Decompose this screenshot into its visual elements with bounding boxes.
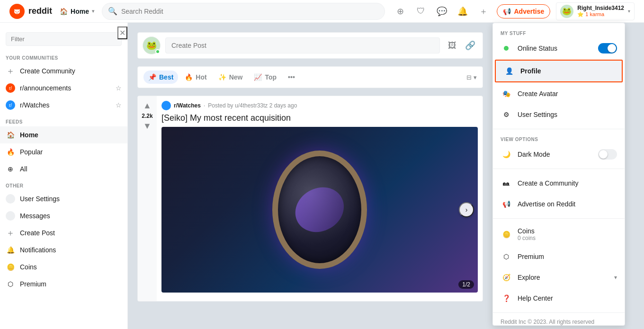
dropdown-section-view-options: View Options 🌙 Dark Mode	[493, 129, 625, 169]
sort-hot-button[interactable]: 🔥 Hot	[180, 71, 211, 84]
search-icon: 🔍	[108, 7, 117, 16]
left-sidebar: ✕ YOUR COMMUNITIES ＋ Create Community r/…	[0, 23, 128, 329]
explore-icon: 🧭	[501, 272, 512, 283]
online-status-label: Online Status	[518, 44, 592, 52]
create-post-input[interactable]	[165, 37, 440, 53]
karma-star-icon: ⭐	[577, 11, 584, 17]
sidebar-close-button[interactable]: ✕	[117, 27, 127, 39]
add-icon-btn[interactable]: ＋	[476, 4, 491, 19]
dropdown-section-title-my-stuff: My Stuff	[493, 27, 625, 38]
home-nav-label[interactable]: 🏠 Home ▾	[60, 8, 94, 15]
top-icon: 📈	[254, 73, 262, 81]
premium-icon-btn[interactable]: 🛡	[413, 4, 429, 19]
sort-more-button[interactable]: •••	[283, 71, 300, 84]
svg-line-6	[17, 9, 19, 10]
online-status-toggle[interactable]	[598, 43, 617, 53]
view-chevron-icon: ▾	[474, 74, 477, 81]
dropdown-section-community: 🏘 Create a Community 📢 Advertise on Redd…	[493, 169, 625, 219]
dropdown-user-settings[interactable]: ⚙ User Settings	[493, 104, 625, 125]
watches-icon: r/	[6, 100, 15, 110]
user-settings-icon	[6, 194, 15, 204]
dropdown-profile[interactable]: 👤 Profile	[495, 60, 623, 82]
sidebar-item-home[interactable]: 🏠 Home	[0, 126, 127, 143]
post-subreddit[interactable]: r/Watches	[174, 102, 201, 109]
sidebar-item-create-community[interactable]: ＋ Create Community	[0, 62, 127, 80]
post-vote: ▲ 2.2k ▼	[138, 96, 157, 301]
link-button[interactable]: 🔗	[463, 38, 478, 53]
sort-new-button[interactable]: ✨ New	[214, 71, 248, 84]
star-icon-announcements[interactable]: ☆	[116, 84, 122, 92]
sidebar-section-other: OTHER	[0, 178, 127, 190]
reddit-logo-icon	[9, 4, 25, 19]
notifications-icon: 🔔	[6, 245, 15, 255]
dropdown-dark-mode: 🌙 Dark Mode	[493, 144, 625, 165]
chat-icon-btn[interactable]: 💬	[434, 4, 449, 19]
coins-dropdown-icon: 🪙	[501, 229, 512, 240]
post-image	[161, 127, 478, 293]
advertise-button[interactable]: 📢 Advertise	[497, 4, 550, 18]
dropdown-section-my-stuff: My Stuff Online Status 👤 Profile 🎭 Creat…	[493, 23, 625, 129]
karma-icon-btn[interactable]: ⊕	[393, 4, 408, 19]
view-toggle-button[interactable]: ⊟ ▾	[466, 74, 477, 81]
announcements-icon: r/	[6, 83, 15, 93]
star-icon-watches[interactable]: ☆	[116, 101, 122, 109]
best-icon: 📌	[148, 73, 156, 81]
dropdown-premium[interactable]: ⬡ Premium	[493, 246, 625, 267]
top-navigation: reddit 🏠 Home ▾ 🔍 ⊕ 🛡 💬 🔔 ＋ 📢 Advertise …	[0, 0, 644, 23]
all-icon: ⊕	[6, 164, 15, 174]
image-upload-button[interactable]: 🖼	[445, 38, 460, 53]
dropdown-explore[interactable]: 🧭 Explore ▾	[493, 267, 625, 288]
profile-icon: 👤	[503, 65, 515, 77]
dropdown-coins[interactable]: 🪙 Coins 0 coins	[493, 222, 625, 246]
sidebar-item-notifications[interactable]: 🔔 Notifications	[0, 241, 127, 258]
sidebar-item-create-post[interactable]: ＋ Create Post	[0, 224, 127, 241]
search-bar[interactable]: 🔍	[102, 3, 385, 20]
downvote-button[interactable]: ▼	[143, 121, 152, 131]
sort-top-button[interactable]: 📈 Top	[249, 71, 281, 84]
upvote-button[interactable]: ▲	[143, 101, 152, 111]
sidebar-item-watches[interactable]: r/ r/Watches ☆	[0, 97, 127, 114]
watches-post-icon	[161, 101, 171, 110]
user-info: Right_Inside3412 ⭐ 1 karma	[577, 5, 624, 18]
svg-point-5	[14, 9, 16, 10]
user-menu-button[interactable]: 🐸 Right_Inside3412 ⭐ 1 karma ▾	[556, 2, 635, 20]
dropdown-section-coins: 🪙 Coins 0 coins ⬡ Premium 🧭 Explore ▾ ❓ …	[493, 219, 625, 313]
create-avatar-icon: 🎭	[501, 88, 512, 99]
notification-icon-btn[interactable]: 🔔	[455, 4, 470, 19]
sidebar-item-user-settings[interactable]: User Settings	[0, 190, 127, 207]
search-input[interactable]	[121, 8, 379, 15]
user-settings-label: User Settings	[518, 111, 617, 118]
explore-chevron-icon: ▾	[614, 274, 617, 281]
new-icon: ✨	[218, 73, 226, 81]
home-icon: 🏠	[6, 130, 15, 140]
post-meta: r/Watches · Posted by u/4thestr33tz 2 da…	[161, 101, 478, 110]
sidebar-item-announcements[interactable]: r/ r/announcements ☆	[0, 80, 127, 97]
next-image-button[interactable]: ›	[459, 202, 474, 217]
create-post-bar: 🐸 🖼 🔗	[137, 32, 483, 59]
watch-visual	[272, 151, 367, 269]
reddit-logo[interactable]: reddit	[9, 4, 52, 19]
reddit-alien-icon	[12, 7, 22, 16]
sidebar-item-popular[interactable]: 🔥 Popular	[0, 143, 127, 160]
filter-input[interactable]	[6, 32, 122, 46]
sidebar-item-messages[interactable]: Messages	[0, 207, 127, 224]
coins-label: Coins	[518, 227, 617, 235]
user-menu-chevron: ▾	[628, 9, 630, 14]
popular-icon: 🔥	[6, 147, 15, 157]
svg-point-3	[18, 11, 19, 12]
sidebar-item-coins[interactable]: 🪙 Coins	[0, 258, 127, 276]
user-avatar: 🐸	[560, 5, 573, 18]
sort-best-button[interactable]: 📌 Best	[143, 71, 178, 84]
svg-point-2	[16, 11, 17, 12]
nav-icons: ⊕ 🛡 💬 🔔 ＋ 📢 Advertise 🐸 Right_Inside3412…	[393, 2, 635, 20]
dark-mode-icon: 🌙	[501, 149, 512, 160]
dropdown-help[interactable]: ❓ Help Center	[493, 288, 625, 309]
sidebar-item-premium[interactable]: ⬡ Premium	[0, 276, 127, 293]
toggle-knob	[608, 44, 616, 53]
dropdown-create-community[interactable]: 🏘 Create a Community	[493, 173, 625, 194]
dropdown-create-avatar[interactable]: 🎭 Create Avatar	[493, 83, 625, 104]
dropdown-menu: My Stuff Online Status 👤 Profile 🎭 Creat…	[492, 23, 625, 326]
dark-mode-toggle[interactable]	[598, 149, 617, 160]
sidebar-item-all[interactable]: ⊕ All	[0, 160, 127, 178]
dropdown-advertise[interactable]: 📢 Advertise on Reddit	[493, 194, 625, 214]
